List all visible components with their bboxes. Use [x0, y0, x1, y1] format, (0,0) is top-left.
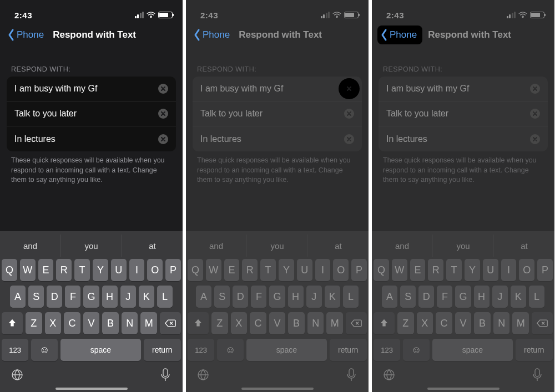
shift-key[interactable] — [188, 312, 209, 334]
key-a[interactable]: A — [382, 286, 397, 308]
backspace-key[interactable] — [532, 312, 553, 334]
response-row[interactable]: In lectures — [7, 126, 176, 151]
key-c[interactable]: C — [250, 312, 266, 334]
key-s[interactable]: S — [214, 286, 230, 308]
key-j[interactable]: J — [306, 286, 322, 308]
key-h[interactable]: H — [288, 286, 304, 308]
key-w[interactable]: W — [392, 259, 407, 281]
key-l[interactable]: L — [157, 286, 173, 308]
key-y[interactable]: Y — [279, 259, 294, 281]
key-w[interactable]: W — [20, 259, 36, 281]
key-y[interactable]: Y — [465, 259, 480, 281]
response-row[interactable]: In lectures — [379, 126, 548, 151]
space-key[interactable]: space — [246, 339, 326, 361]
clear-button[interactable] — [158, 109, 168, 119]
key-r[interactable]: R — [428, 259, 443, 281]
home-indicator[interactable] — [427, 388, 500, 390]
key-q[interactable]: Q — [2, 259, 17, 281]
response-row[interactable]: I am busy with my Gf — [7, 77, 176, 101]
key-s[interactable]: S — [28, 286, 44, 308]
globe-icon[interactable] — [196, 368, 210, 382]
key-z[interactable]: Z — [211, 312, 228, 334]
key-p[interactable]: P — [351, 259, 367, 281]
shift-key[interactable] — [2, 312, 23, 334]
key-u[interactable]: U — [111, 259, 127, 281]
response-row[interactable]: Talk to you later — [379, 101, 548, 126]
key-g[interactable]: G — [455, 286, 471, 308]
key-a[interactable]: A — [196, 286, 211, 308]
key-c[interactable]: C — [64, 312, 80, 334]
key-g[interactable]: G — [83, 286, 99, 308]
return-key[interactable]: return — [516, 339, 553, 361]
home-indicator[interactable] — [56, 388, 128, 390]
key-i[interactable]: I — [501, 259, 517, 281]
key-e[interactable]: E — [224, 259, 240, 281]
key-e[interactable]: E — [410, 259, 426, 281]
back-button[interactable]: Phone — [6, 28, 47, 42]
clear-button[interactable] — [530, 109, 540, 119]
suggestion[interactable]: you — [247, 235, 308, 257]
key-x[interactable]: X — [231, 312, 248, 334]
key-g[interactable]: G — [269, 286, 285, 308]
suggestion[interactable]: at — [308, 235, 369, 257]
key-f[interactable]: F — [65, 286, 80, 308]
key-q[interactable]: Q — [374, 259, 389, 281]
suggestion[interactable]: at — [494, 235, 554, 257]
mic-icon[interactable] — [344, 368, 359, 382]
key-p[interactable]: P — [537, 259, 553, 281]
key-c[interactable]: C — [436, 312, 452, 334]
suggestion[interactable]: and — [186, 235, 247, 257]
key-l[interactable]: L — [529, 286, 544, 308]
suggestion[interactable]: you — [433, 235, 494, 257]
backspace-key[interactable] — [160, 312, 181, 334]
key-j[interactable]: J — [492, 286, 508, 308]
mic-icon[interactable] — [530, 368, 544, 382]
numbers-key[interactable]: 123 — [188, 339, 214, 361]
key-y[interactable]: Y — [93, 259, 108, 281]
key-u[interactable]: U — [483, 259, 498, 281]
key-b[interactable]: B — [288, 312, 305, 334]
key-f[interactable]: F — [251, 286, 266, 308]
clear-button[interactable] — [158, 84, 168, 94]
return-key[interactable]: return — [330, 339, 367, 361]
space-key[interactable]: space — [432, 339, 512, 361]
mic-icon[interactable] — [158, 368, 173, 382]
key-z[interactable]: Z — [26, 312, 42, 334]
key-v[interactable]: V — [269, 312, 286, 334]
key-m[interactable]: M — [512, 312, 529, 334]
key-d[interactable]: D — [418, 286, 434, 308]
key-x[interactable]: X — [417, 312, 433, 334]
response-row[interactable]: Talk to you later — [193, 101, 362, 126]
suggestion[interactable]: and — [372, 235, 433, 257]
key-q[interactable]: Q — [188, 259, 203, 281]
backspace-key[interactable] — [346, 312, 367, 334]
globe-icon[interactable] — [10, 368, 24, 382]
numbers-key[interactable]: 123 — [374, 339, 400, 361]
key-v[interactable]: V — [83, 312, 100, 334]
key-t[interactable]: T — [74, 259, 90, 281]
key-z[interactable]: Z — [397, 312, 414, 334]
key-b[interactable]: B — [102, 312, 119, 334]
key-v[interactable]: V — [455, 312, 472, 334]
key-s[interactable]: S — [400, 286, 416, 308]
key-b[interactable]: B — [474, 312, 491, 334]
response-row[interactable]: In lectures — [193, 126, 362, 151]
key-x[interactable]: X — [45, 312, 62, 334]
key-d[interactable]: D — [233, 286, 248, 308]
emoji-key[interactable]: ☺ — [31, 339, 58, 361]
suggestion[interactable]: at — [122, 235, 183, 257]
clear-button[interactable] — [530, 134, 540, 144]
key-r[interactable]: R — [56, 259, 72, 281]
key-t[interactable]: T — [446, 259, 462, 281]
key-k[interactable]: K — [511, 286, 526, 308]
key-k[interactable]: K — [139, 286, 154, 308]
home-indicator[interactable] — [241, 388, 314, 390]
response-row[interactable]: I am busy with my Gf — [379, 77, 548, 101]
back-button[interactable]: Phone — [377, 26, 422, 44]
key-e[interactable]: E — [38, 259, 54, 281]
key-i[interactable]: I — [315, 259, 331, 281]
return-key[interactable]: return — [144, 339, 181, 361]
key-n[interactable]: N — [122, 312, 138, 334]
clear-button[interactable] — [530, 84, 540, 94]
key-p[interactable]: P — [165, 259, 181, 281]
